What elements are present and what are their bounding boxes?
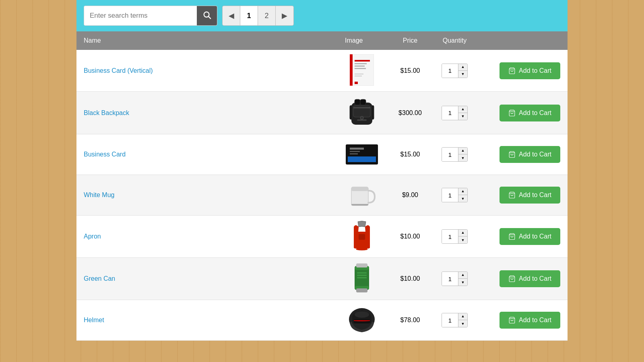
add-to-cart-button-business-card-vertical[interactable]: Add to Cart xyxy=(500,62,560,79)
product-image-white-mug xyxy=(346,179,378,211)
add-to-cart-button-black-backpack[interactable]: Add to Cart xyxy=(500,105,560,121)
cart-icon xyxy=(508,317,516,324)
quantity-input-black-backpack[interactable] xyxy=(442,106,458,120)
add-to-cart-button-business-card[interactable]: Add to Cart xyxy=(500,146,560,163)
qty-down-business-card-vertical[interactable]: ▼ xyxy=(458,71,467,78)
product-quantity-cell: ▲ ▼ xyxy=(434,300,475,341)
table-row: White Mug $9.00 ▲ ▼ xyxy=(76,175,568,216)
quantity-wrapper-black-backpack: ▲ ▼ xyxy=(442,106,468,120)
pagination-page-1[interactable]: 1 xyxy=(240,6,258,26)
add-to-cart-button-helmet[interactable]: Add to Cart xyxy=(500,312,560,329)
svg-line-1 xyxy=(208,16,211,19)
product-name-link-business-card-vertical[interactable]: Business Card (Vertical) xyxy=(84,67,153,74)
add-to-cart-button-green-can[interactable]: Add to Cart xyxy=(500,270,560,287)
table-header-row: Name Image Price Quantity xyxy=(76,31,568,50)
header-bar: ◀ 1 2 ▶ xyxy=(76,0,568,31)
svg-rect-32 xyxy=(359,234,365,240)
quantity-wrapper-helmet: ▲ ▼ xyxy=(442,313,468,327)
quantity-wrapper-green-can: ▲ ▼ xyxy=(442,272,468,286)
product-image-cell xyxy=(338,175,386,216)
product-quantity-cell: ▲ ▼ xyxy=(434,134,475,175)
search-input[interactable] xyxy=(84,6,197,25)
svg-rect-38 xyxy=(356,288,367,292)
svg-rect-5 xyxy=(355,63,367,64)
quantity-input-green-can[interactable] xyxy=(442,272,458,286)
svg-rect-29 xyxy=(351,204,368,206)
product-name-cell: Business Card (Vertical) xyxy=(76,50,338,92)
svg-point-17 xyxy=(360,116,363,119)
svg-rect-41 xyxy=(357,277,367,278)
product-image-cell xyxy=(338,216,386,258)
quantity-input-white-mug[interactable] xyxy=(442,188,458,202)
qty-down-black-backpack[interactable]: ▼ xyxy=(458,113,467,120)
qty-up-green-can[interactable]: ▲ xyxy=(458,272,467,279)
add-to-cart-label: Add to Cart xyxy=(519,317,551,324)
svg-rect-20 xyxy=(372,105,374,119)
qty-down-business-card[interactable]: ▼ xyxy=(458,154,467,162)
qty-down-apron[interactable]: ▼ xyxy=(458,237,467,244)
product-name-cell: Helmet xyxy=(76,300,338,341)
product-name-link-helmet[interactable]: Helmet xyxy=(84,317,104,323)
product-price-cell: $10.00 xyxy=(386,258,434,300)
product-name-link-business-card[interactable]: Business Card xyxy=(84,151,126,158)
svg-rect-8 xyxy=(355,74,363,74)
product-name-link-black-backpack[interactable]: Black Backpack xyxy=(84,109,129,116)
add-to-cart-button-white-mug[interactable]: Add to Cart xyxy=(500,187,560,204)
svg-rect-26 xyxy=(350,153,358,154)
add-to-cart-button-apron[interactable]: Add to Cart xyxy=(500,228,560,245)
qty-up-apron[interactable]: ▲ xyxy=(458,229,467,237)
add-to-cart-label: Add to Cart xyxy=(519,233,551,240)
qty-down-helmet[interactable]: ▼ xyxy=(458,320,467,327)
svg-rect-3 xyxy=(350,54,353,86)
qty-up-black-backpack[interactable]: ▲ xyxy=(458,106,467,113)
qty-up-business-card[interactable]: ▲ xyxy=(458,147,467,154)
quantity-input-business-card[interactable] xyxy=(442,147,458,162)
product-name-cell: Apron xyxy=(76,216,338,258)
svg-rect-13 xyxy=(355,99,360,105)
pagination-prev[interactable]: ◀ xyxy=(223,6,240,26)
svg-rect-18 xyxy=(357,119,367,121)
table-row: Green Can $10.00 ▲ ▼ xyxy=(76,258,568,300)
cart-icon xyxy=(508,109,516,117)
qty-down-green-can[interactable]: ▼ xyxy=(458,279,467,286)
qty-up-helmet[interactable]: ▲ xyxy=(458,313,467,320)
qty-up-white-mug[interactable]: ▲ xyxy=(458,188,467,195)
table-row: Apron $10.00 ▲ ▼ xyxy=(76,216,568,258)
quantity-wrapper-apron: ▲ ▼ xyxy=(442,229,468,244)
quantity-input-apron[interactable] xyxy=(442,229,458,244)
product-quantity-cell: ▲ ▼ xyxy=(434,175,475,216)
pagination-page-2[interactable]: 2 xyxy=(258,6,276,26)
table-row: Helmet $78.00 ▲ ▼ xyxy=(76,300,568,341)
product-image-business-card-vertical xyxy=(346,54,378,86)
qty-up-business-card-vertical[interactable]: ▲ xyxy=(458,64,467,71)
pagination: ◀ 1 2 ▶ xyxy=(222,6,294,26)
col-header-quantity: Quantity xyxy=(434,31,475,50)
add-to-cart-label: Add to Cart xyxy=(519,67,551,74)
product-image-cell xyxy=(338,300,386,341)
search-button[interactable] xyxy=(197,6,217,26)
product-name-link-white-mug[interactable]: White Mug xyxy=(84,191,114,198)
qty-spinners-white-mug: ▲ ▼ xyxy=(458,188,467,202)
qty-down-white-mug[interactable]: ▼ xyxy=(458,195,467,202)
product-quantity-cell: ▲ ▼ xyxy=(434,258,475,300)
product-name-link-green-can[interactable]: Green Can xyxy=(84,275,115,282)
product-image-black-backpack xyxy=(346,96,378,128)
product-name-link-apron[interactable]: Apron xyxy=(84,233,101,240)
add-to-cart-label: Add to Cart xyxy=(519,275,551,282)
product-price-cell: $9.00 xyxy=(386,175,434,216)
product-image-cell xyxy=(338,258,386,300)
svg-rect-2 xyxy=(350,54,374,86)
product-action-cell: Add to Cart xyxy=(475,216,568,258)
quantity-input-helmet[interactable] xyxy=(442,313,458,327)
add-to-cart-label: Add to Cart xyxy=(519,191,551,199)
product-price-cell: $300.00 xyxy=(386,92,434,134)
pagination-next[interactable]: ▶ xyxy=(276,6,293,26)
svg-rect-37 xyxy=(356,263,367,267)
svg-rect-10 xyxy=(355,82,358,84)
cart-icon xyxy=(508,67,516,74)
product-name-cell: Green Can xyxy=(76,258,338,300)
product-image-helmet xyxy=(346,304,378,336)
qty-spinners-business-card: ▲ ▼ xyxy=(458,147,467,162)
quantity-input-business-card-vertical[interactable] xyxy=(442,64,458,78)
cart-icon xyxy=(508,151,516,158)
